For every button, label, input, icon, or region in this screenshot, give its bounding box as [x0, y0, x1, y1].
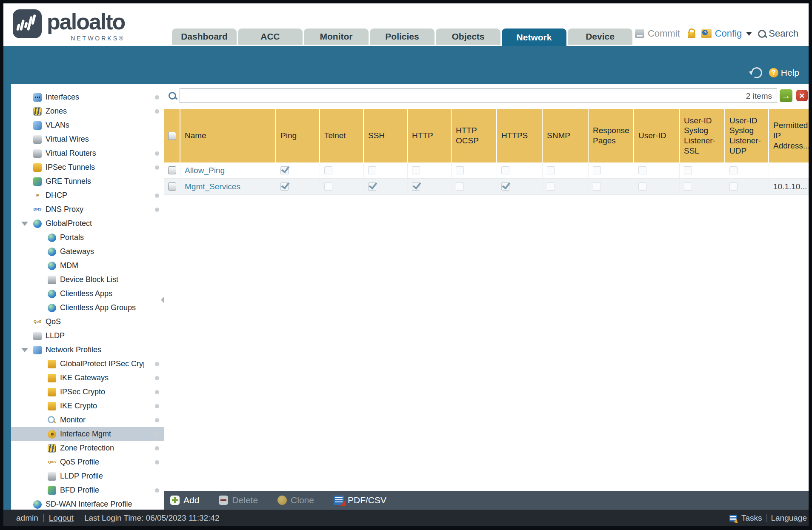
sidebar-item-gateways[interactable]: Gateways	[11, 245, 164, 259]
refresh-icon[interactable]	[749, 66, 763, 80]
clear-filter-button[interactable]: ×	[796, 90, 808, 101]
apply-filter-button[interactable]: →	[780, 89, 792, 102]
sidebar-item-lldp-profile[interactable]: LLDP Profile	[11, 469, 164, 483]
item-options-dot[interactable]	[155, 418, 159, 422]
sidebar-item-mdm[interactable]: MDM	[11, 259, 164, 273]
item-options-dot[interactable]	[155, 194, 159, 198]
snmp-checkbox-unchecked[interactable]	[547, 182, 555, 191]
clone-button[interactable]: Clone	[277, 495, 314, 505]
sidebar-item-monitor[interactable]: Monitor	[11, 413, 164, 427]
item-options-dot[interactable]	[155, 432, 159, 436]
tab-acc[interactable]: ACC	[238, 28, 303, 45]
sidebar-item-qos-profile[interactable]: QoSQoS Profile	[11, 455, 164, 469]
ssh-checkbox-checked[interactable]	[368, 182, 376, 191]
sidebar-item-zones[interactable]: Zones	[11, 104, 164, 118]
add-button[interactable]: Add	[170, 495, 199, 505]
sidebar-item-sd-wan-interface-profile[interactable]: SD-WAN Interface Profile	[11, 497, 164, 510]
item-options-dot[interactable]	[155, 376, 159, 380]
sidebar-item-clientless-app-groups[interactable]: Clientless App Groups	[11, 301, 164, 315]
http-checkbox-checked[interactable]	[412, 182, 420, 191]
column-header-http[interactable]: HTTP	[408, 109, 452, 162]
item-options-dot[interactable]	[155, 95, 159, 100]
user-id-syslog-listener-udp-checkbox-unchecked[interactable]	[729, 182, 738, 191]
row-checkbox[interactable]	[168, 182, 176, 191]
user-id-syslog-listener-udp-checkbox-unchecked[interactable]	[729, 166, 738, 174]
item-options-dot[interactable]	[155, 446, 159, 450]
sidebar-item-gre-tunnels[interactable]: GRE Tunnels	[11, 174, 164, 188]
item-options-dot[interactable]	[155, 390, 159, 394]
column-header-response-pages[interactable]: Response Pages	[589, 109, 634, 162]
https-checkbox-unchecked[interactable]	[501, 166, 509, 174]
item-options-dot[interactable]	[155, 460, 159, 464]
select-all-checkbox[interactable]	[168, 132, 176, 140]
column-header-ping[interactable]: Ping	[276, 109, 320, 162]
language-button[interactable]: Language	[771, 513, 807, 523]
sidebar-item-virtual-routers[interactable]: Virtual Routers	[11, 146, 164, 160]
telnet-checkbox-unchecked[interactable]	[324, 166, 332, 174]
sidebar-item-bfd-profile[interactable]: BFD Profile	[11, 483, 164, 497]
sidebar-item-portals[interactable]: Portals	[11, 231, 164, 245]
sidebar-item-globalprotect[interactable]: GlobalProtect	[11, 217, 164, 231]
sidebar-item-globalprotect-ipsec-crypto[interactable]: GlobalProtect IPSec Crypto	[11, 357, 164, 371]
ssh-checkbox-unchecked[interactable]	[368, 166, 376, 174]
pdf-csv-button[interactable]: PDF/CSV	[334, 495, 386, 505]
user-id-syslog-listener-ssl-checkbox-unchecked[interactable]	[684, 166, 692, 174]
tree-expander-icon[interactable]	[21, 348, 28, 352]
profile-name-link[interactable]: Mgmt_Services	[185, 182, 240, 191]
tab-device[interactable]: Device	[568, 28, 632, 45]
column-header-https[interactable]: HTTPS	[497, 109, 543, 162]
sidebar-item-dhcp[interactable]: IPDHCP	[11, 188, 164, 202]
tab-monitor[interactable]: Monitor	[304, 28, 369, 45]
commit-button[interactable]: Commit	[635, 28, 680, 39]
sidebar-item-ipsec-crypto[interactable]: IPSec Crypto	[11, 385, 164, 399]
tree-expander-icon[interactable]	[21, 222, 28, 226]
column-header-user-id[interactable]: User-ID	[634, 109, 680, 162]
sidebar-item-device-block-list[interactable]: Device Block List	[11, 273, 164, 287]
user-id-syslog-listener-ssl-checkbox-unchecked[interactable]	[684, 182, 692, 191]
column-header-user-id-syslog-listener-udp[interactable]: User-ID Syslog Listener-UDP	[725, 109, 769, 162]
http-checkbox-unchecked[interactable]	[412, 166, 420, 174]
column-header-http-ocsp[interactable]: HTTP OCSP	[452, 109, 497, 162]
tab-dashboard[interactable]: Dashboard	[172, 28, 237, 45]
user-id-checkbox-unchecked[interactable]	[638, 182, 646, 191]
column-header-permitted-ip-address[interactable]: Permitted IP Address...	[769, 109, 809, 162]
config-menu-button[interactable]: Config	[701, 28, 752, 39]
item-options-dot[interactable]	[155, 404, 159, 408]
tab-network[interactable]: Network	[502, 28, 566, 46]
column-header-snmp[interactable]: SNMP	[543, 109, 589, 162]
lock-icon[interactable]	[688, 32, 695, 38]
delete-button[interactable]: Delete	[219, 495, 258, 505]
item-options-dot[interactable]	[155, 151, 159, 156]
sidebar-item-interface-mgmt[interactable]: Interface Mgmt	[11, 427, 164, 441]
sidebar-item-ipsec-tunnels[interactable]: IPSec Tunnels	[11, 160, 164, 174]
telnet-checkbox-unchecked[interactable]	[324, 182, 332, 191]
ping-checkbox-checked[interactable]	[280, 166, 289, 174]
sidebar-item-dns-proxy[interactable]: DNSDNS Proxy	[11, 202, 164, 217]
sidebar-item-ike-gateways[interactable]: IKE Gateways	[11, 371, 164, 385]
logout-link[interactable]: Logout	[49, 513, 74, 523]
global-search-button[interactable]: Search	[758, 28, 798, 39]
tasks-button[interactable]: Tasks	[741, 513, 762, 523]
tab-policies[interactable]: Policies	[370, 28, 435, 45]
snmp-checkbox-unchecked[interactable]	[547, 166, 555, 174]
sidebar-item-virtual-wires[interactable]: Virtual Wires	[11, 132, 164, 146]
sidebar-item-network-profiles[interactable]: Network Profiles	[11, 343, 164, 357]
item-options-dot[interactable]	[155, 165, 159, 170]
help-button[interactable]: ? Help	[769, 68, 799, 78]
sidebar-item-ike-crypto[interactable]: IKE Crypto	[11, 399, 164, 413]
ping-checkbox-checked[interactable]	[280, 182, 289, 191]
column-header-name[interactable]: Name	[180, 109, 276, 162]
profile-name-link[interactable]: Allow_Ping	[185, 166, 225, 175]
item-options-dot[interactable]	[155, 488, 159, 493]
tab-objects[interactable]: Objects	[436, 28, 500, 45]
item-options-dot[interactable]	[155, 109, 159, 114]
sidebar-item-lldp[interactable]: LLDP	[11, 329, 164, 343]
sidebar-item-clientless-apps[interactable]: Clientless Apps	[11, 287, 164, 301]
response-pages-checkbox-unchecked[interactable]	[593, 166, 601, 174]
https-checkbox-checked[interactable]	[501, 182, 509, 191]
sidebar-item-zone-protection[interactable]: Zone Protection	[11, 441, 164, 455]
filter-search-input[interactable]	[180, 88, 777, 103]
sidebar-item-qos[interactable]: QoSQoS	[11, 315, 164, 329]
column-header-telnet[interactable]: Telnet	[320, 109, 364, 162]
sidebar-item-interfaces[interactable]: Interfaces	[11, 90, 164, 104]
